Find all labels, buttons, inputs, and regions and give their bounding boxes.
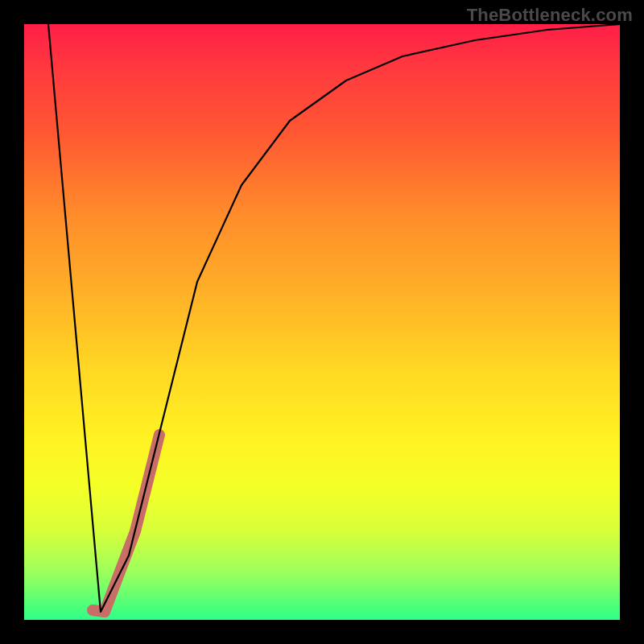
chart-svg	[24, 24, 620, 620]
series-highlight	[93, 435, 159, 612]
plot-area	[24, 24, 620, 620]
watermark-text: TheBottleneck.com	[467, 5, 633, 26]
chart-frame: TheBottleneck.com	[0, 0, 644, 644]
